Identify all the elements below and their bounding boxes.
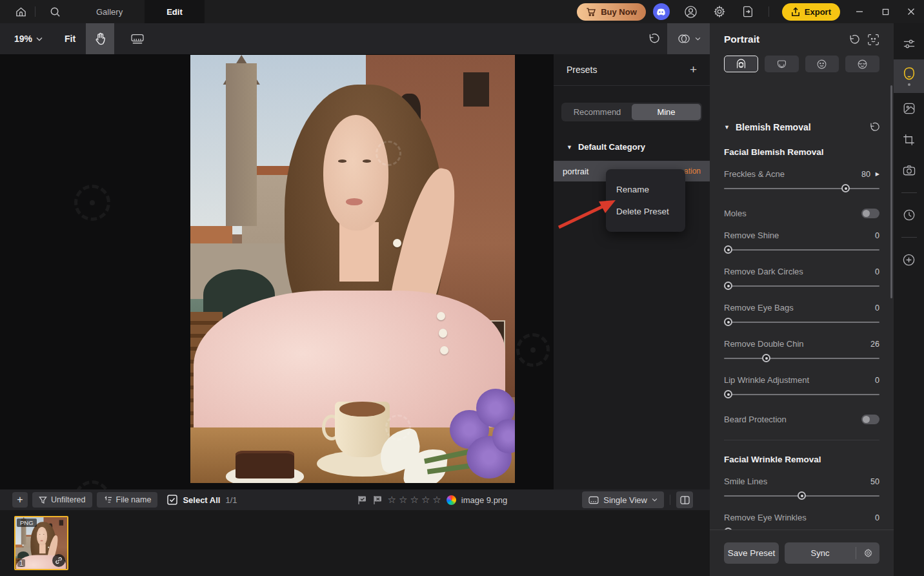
checkbox-checked-icon[interactable] bbox=[167, 495, 177, 505]
portrait-tool-button[interactable] bbox=[894, 59, 924, 93]
category-default[interactable]: ▼ Default Category bbox=[567, 142, 710, 152]
tab-mine[interactable]: Mine bbox=[632, 104, 701, 120]
crop-ruler-tool-button[interactable] bbox=[123, 23, 152, 54]
add-image-button[interactable]: + bbox=[12, 492, 28, 508]
control-label: Remove Eye Bags bbox=[724, 303, 794, 313]
filmstrip-toolbar: + Unfiltered File name Select All 1/1 ☆☆… bbox=[0, 489, 710, 510]
sync-button[interactable]: Sync bbox=[785, 548, 856, 558]
slider-thumb[interactable] bbox=[724, 282, 732, 290]
close-button[interactable] bbox=[898, 0, 924, 23]
view-mode-label: Single View bbox=[603, 495, 647, 505]
tab-gallery[interactable]: Gallery bbox=[74, 0, 145, 23]
slider-thumb[interactable] bbox=[724, 245, 732, 254]
export-button[interactable]: Export bbox=[782, 3, 840, 21]
portrait-controls-scroll[interactable]: ▼ Blemish Removal Facial Blemish Removal… bbox=[710, 106, 894, 530]
reset-section-icon[interactable] bbox=[868, 121, 879, 133]
face-detect-icon[interactable] bbox=[867, 34, 879, 46]
maximize-button[interactable] bbox=[872, 0, 898, 23]
remove-eye-bags-slider[interactable] bbox=[724, 318, 879, 327]
add-tool-button[interactable] bbox=[894, 244, 924, 275]
save-preset-button[interactable]: Save Preset bbox=[724, 542, 779, 564]
control-value: 0 bbox=[875, 231, 879, 240]
tools-sidebar bbox=[894, 23, 924, 576]
tab-face-expression[interactable] bbox=[805, 56, 839, 72]
split-view-button[interactable] bbox=[676, 491, 693, 508]
discord-icon[interactable] bbox=[653, 3, 670, 20]
menu-item-delete-preset[interactable]: Delete Preset bbox=[606, 200, 685, 222]
search-icon[interactable] bbox=[47, 4, 63, 19]
camera-tool-button[interactable] bbox=[894, 155, 924, 186]
presets-tab-switcher: Recommend Mine bbox=[561, 103, 702, 121]
photo-eye bbox=[363, 159, 371, 163]
star-rating[interactable]: ☆☆☆☆☆ bbox=[388, 494, 441, 506]
smile-lines-slider[interactable] bbox=[724, 491, 879, 500]
control-remove-eye-wrinkles: Remove Eye Wrinkles 0 bbox=[724, 513, 879, 530]
sync-settings-button[interactable] bbox=[856, 548, 879, 558]
watermark-icon bbox=[74, 480, 110, 489]
color-label-icon[interactable] bbox=[447, 495, 456, 505]
tab-face-skin[interactable] bbox=[724, 56, 758, 72]
lip-wrinkle-slider[interactable] bbox=[724, 390, 879, 399]
compare-view-button[interactable] bbox=[667, 23, 710, 54]
add-preset-button[interactable]: + bbox=[690, 63, 697, 77]
remove-double-chin-slider[interactable] bbox=[724, 354, 879, 363]
sliders-icon bbox=[903, 38, 916, 50]
star-icon[interactable]: ☆ bbox=[421, 494, 430, 506]
account-icon[interactable] bbox=[683, 4, 699, 19]
slider-thumb[interactable] bbox=[841, 184, 850, 192]
divider bbox=[35, 6, 35, 17]
link-icon[interactable] bbox=[52, 554, 65, 567]
upload-icon bbox=[791, 7, 800, 17]
buy-now-button[interactable]: Buy Now bbox=[577, 3, 646, 21]
export-panel-icon[interactable] bbox=[740, 4, 756, 19]
crop-tool-button[interactable] bbox=[894, 124, 924, 155]
slider-thumb[interactable] bbox=[798, 491, 806, 500]
sort-button[interactable]: File name bbox=[97, 492, 158, 508]
history-tool-button[interactable] bbox=[894, 200, 924, 231]
moles-toggle[interactable] bbox=[861, 209, 879, 218]
settings-gear-icon[interactable] bbox=[712, 4, 727, 19]
panel-scrollbar[interactable] bbox=[890, 85, 892, 298]
minimize-button[interactable] bbox=[847, 0, 872, 23]
chevron-down-icon bbox=[652, 498, 658, 502]
adjustments-tool-button[interactable] bbox=[894, 28, 924, 59]
slider-thumb[interactable] bbox=[762, 354, 770, 362]
control-value: 0 bbox=[875, 303, 879, 313]
undo-icon[interactable] bbox=[639, 23, 667, 54]
zoom-level-dropdown[interactable]: 19% bbox=[14, 34, 43, 44]
star-icon[interactable]: ☆ bbox=[388, 494, 396, 506]
expand-arrow-icon[interactable]: ▶ bbox=[876, 171, 879, 177]
photo-window bbox=[59, 520, 63, 525]
star-icon[interactable]: ☆ bbox=[410, 494, 418, 506]
flag-reject-icon[interactable] bbox=[373, 495, 383, 505]
menu-item-rename[interactable]: Rename bbox=[606, 178, 685, 200]
beard-protection-toggle[interactable] bbox=[861, 415, 879, 424]
star-icon[interactable]: ☆ bbox=[432, 494, 441, 506]
home-icon[interactable] bbox=[13, 4, 28, 19]
slider-thumb[interactable] bbox=[724, 318, 732, 326]
fit-button[interactable]: Fit bbox=[65, 34, 75, 44]
reset-panel-icon[interactable] bbox=[847, 34, 859, 46]
remove-shine-slider[interactable] bbox=[724, 245, 879, 254]
hand-tool-button[interactable] bbox=[86, 23, 114, 54]
flag-pick-icon[interactable] bbox=[357, 495, 367, 505]
background-tool-button[interactable] bbox=[894, 93, 924, 124]
apply-label-fragment[interactable]: ation bbox=[684, 167, 701, 176]
control-label: Remove Shine bbox=[724, 231, 779, 240]
freckles-acne-slider[interactable] bbox=[724, 184, 879, 193]
image-canvas[interactable] bbox=[0, 54, 554, 489]
remove-dark-circles-slider[interactable] bbox=[724, 282, 879, 291]
tab-recommend[interactable]: Recommend bbox=[563, 104, 632, 120]
control-label: Freckles & Acne bbox=[724, 169, 785, 179]
select-all-control[interactable]: Select All 1/1 bbox=[167, 495, 237, 505]
tab-face-shape[interactable] bbox=[765, 56, 799, 72]
thumbnail-image-9[interactable]: PNG 1 bbox=[14, 516, 68, 570]
blemish-removal-section[interactable]: ▼ Blemish Removal bbox=[724, 121, 879, 133]
tab-edit[interactable]: Edit bbox=[145, 0, 205, 23]
filter-button[interactable]: Unfiltered bbox=[32, 492, 92, 508]
tab-face-makeup[interactable] bbox=[845, 56, 879, 72]
slider-thumb[interactable] bbox=[724, 390, 732, 398]
star-icon[interactable]: ☆ bbox=[399, 494, 407, 506]
presets-header: Presets + bbox=[554, 54, 710, 86]
view-mode-dropdown[interactable]: Single View bbox=[582, 491, 664, 508]
